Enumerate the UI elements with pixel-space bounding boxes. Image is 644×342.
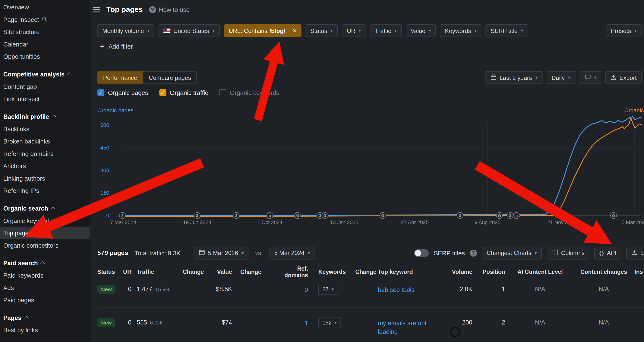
- sidebar-section-organic-search[interactable]: Organic search: [0, 202, 90, 214]
- topbar: Top pages ? How to use: [90, 0, 644, 19]
- sidebar-item-link-intersect[interactable]: Link intersect: [0, 92, 90, 105]
- chevron-down-icon: ▾: [634, 28, 637, 33]
- comments-button[interactable]: ▾: [579, 71, 601, 84]
- granularity-button[interactable]: Daily▾: [546, 71, 575, 84]
- value-cell: $8.5K: [210, 285, 238, 292]
- chart-export-button[interactable]: Export: [606, 71, 642, 84]
- col-value[interactable]: Value: [210, 269, 238, 275]
- sidebar-item-overview[interactable]: Overview: [0, 1, 90, 13]
- divider: [187, 242, 188, 264]
- svg-text:G: G: [323, 213, 326, 218]
- chevron-down-icon: ▾: [429, 28, 431, 33]
- top-pages-table: Status UR Traffic Change Value Change Re…: [98, 264, 644, 342]
- question-icon[interactable]: ?: [470, 249, 477, 256]
- col-change-traffic[interactable]: Change: [174, 269, 210, 275]
- sidebar-item-best-by-links[interactable]: Best by links: [0, 324, 90, 336]
- sidebar-item-linking-authors[interactable]: Linking authors: [0, 172, 90, 184]
- sidebar-item-top-pages[interactable]: Top pages: [0, 227, 90, 239]
- sidebar-item-page-inspect[interactable]: Page inspect: [0, 13, 90, 26]
- checkbox-checked-icon[interactable]: ✓: [98, 89, 104, 96]
- remove-filter-icon[interactable]: ×: [288, 24, 301, 37]
- sidebar-item-anchors[interactable]: Anchors: [0, 159, 90, 172]
- col-position[interactable]: Position: [474, 269, 507, 275]
- ur-value: 0: [121, 319, 134, 326]
- compare-date-from-button[interactable]: 5 Mar 2026▾: [194, 247, 249, 259]
- volume-value: 2.0K: [448, 285, 474, 292]
- chevron-up-icon: [51, 206, 56, 211]
- sidebar-item-opportunities[interactable]: Opportunities: [0, 50, 90, 63]
- how-to-use-link[interactable]: ? How to use: [149, 6, 190, 13]
- filter-monthly-volume[interactable]: Monthly volume▾: [98, 24, 154, 37]
- filter-ur[interactable]: UR▾: [342, 24, 366, 37]
- checkbox-checked-icon[interactable]: ✓: [159, 89, 166, 96]
- presets-button[interactable]: Presets▾: [606, 24, 642, 37]
- svg-text:G: G: [498, 213, 501, 218]
- col-ur[interactable]: UR: [121, 269, 134, 275]
- table-export-button[interactable]: Export: [626, 247, 644, 259]
- tab-performance[interactable]: Performance: [98, 71, 143, 84]
- sidebar-item-paid-keywords[interactable]: Paid keywords: [0, 269, 90, 281]
- legend-organic-traffic[interactable]: ✓Organic traffic: [159, 89, 208, 96]
- chevron-up-icon: [40, 261, 45, 266]
- sidebar-section-backlink-profile[interactable]: Backlink profile: [0, 110, 90, 123]
- total-traffic: Total traffic: 9.3K: [135, 249, 180, 256]
- changes-charts-button[interactable]: Changes: Charts▾: [482, 247, 542, 259]
- col-keywords[interactable]: Keywords: [310, 269, 347, 275]
- legend-organic-pages[interactable]: ✓Organic pages: [98, 89, 148, 96]
- chevron-down-icon: ▾: [394, 28, 397, 33]
- columns-button[interactable]: Columns: [547, 247, 590, 259]
- svg-text:G: G: [196, 213, 198, 218]
- serp-titles-toggle[interactable]: [414, 249, 429, 257]
- col-top-keyword[interactable]: Top keyword: [378, 269, 448, 275]
- active-filter-url-contains-blog[interactable]: URL: Contains/blog/ ×: [224, 24, 301, 37]
- hamburger-menu-icon[interactable]: [93, 5, 100, 14]
- add-filter-button[interactable]: + Add filter: [98, 42, 136, 51]
- filter-serp-title[interactable]: SERP title▾: [486, 24, 528, 37]
- chevron-down-icon: ▾: [534, 250, 537, 256]
- col-status[interactable]: Status: [98, 269, 121, 275]
- sidebar-item-organic-keywords[interactable]: Organic keywords: [0, 214, 90, 227]
- date-range-button[interactable]: Last 2 years▾: [486, 71, 542, 84]
- sidebar-item-paid-pages[interactable]: Paid pages: [0, 294, 90, 306]
- col-inspect[interactable]: Ins: [634, 269, 644, 275]
- sidebar-item-referring-domains[interactable]: Referring domains: [0, 147, 90, 160]
- organic-chart: Organic pages Organic traffic 7 Mar 2024…: [90, 105, 644, 243]
- filter-status[interactable]: Status▾: [306, 24, 338, 37]
- filter-country[interactable]: United States▾: [158, 24, 220, 37]
- sidebar-item-site-structure[interactable]: Site structure: [0, 26, 90, 38]
- filter-keywords[interactable]: Keywords▾: [440, 24, 482, 37]
- top-keyword-link[interactable]: my emails are not loading: [378, 319, 448, 336]
- api-button[interactable]: {}API: [594, 247, 622, 259]
- svg-text:G: G: [458, 213, 462, 218]
- sidebar-item-referring-ips[interactable]: Referring IPs: [0, 184, 90, 197]
- keywords-dropdown[interactable]: 152▾: [318, 317, 341, 328]
- sidebar-item-organic-competitors[interactable]: Organic competitors: [0, 239, 90, 251]
- filter-traffic[interactable]: Traffic▾: [370, 24, 402, 37]
- sidebar-item-content-gap[interactable]: Content gap: [0, 80, 90, 93]
- checkbox-unchecked-icon[interactable]: [219, 89, 226, 96]
- col-ai-content-level[interactable]: AI Content Level: [507, 269, 573, 275]
- ref-domains-link[interactable]: 1: [305, 319, 308, 327]
- filter-value[interactable]: Value▾: [406, 24, 436, 37]
- compare-date-to-button[interactable]: 5 Mar 2024▾: [269, 247, 315, 259]
- chart-canvas: 7 Mar 202419 Jun 20241 Oct 202413 Jan 20…: [90, 105, 644, 243]
- sidebar-section-pages[interactable]: Pages: [0, 311, 90, 324]
- svg-text:G: G: [296, 213, 299, 218]
- ref-domains-link[interactable]: 0: [305, 285, 308, 294]
- col-change-value[interactable]: Change: [238, 269, 275, 275]
- sidebar-item-calendar[interactable]: Calendar: [0, 38, 90, 50]
- sidebar-section-competitive-analysis[interactable]: Competitive analysis: [0, 68, 90, 80]
- keywords-dropdown[interactable]: 27▾: [318, 284, 338, 295]
- col-traffic[interactable]: Traffic: [134, 269, 174, 275]
- sidebar-section-paid-search[interactable]: Paid search: [0, 257, 90, 269]
- legend-organic-keywords[interactable]: Organic keywords: [219, 89, 279, 96]
- col-ref-domains[interactable]: Ref. domains: [275, 265, 310, 278]
- top-keyword-link[interactable]: b2b seo tools: [378, 285, 414, 294]
- tab-compare-pages[interactable]: Compare pages: [143, 71, 197, 84]
- col-content-changes[interactable]: Content changes: [573, 269, 634, 275]
- sidebar-item-ads[interactable]: Ads: [0, 281, 90, 294]
- sidebar-item-broken-backlinks[interactable]: Broken backlinks: [0, 135, 90, 147]
- col-change-keywords[interactable]: Change: [347, 269, 378, 275]
- sidebar-item-backlinks[interactable]: Backlinks: [0, 123, 90, 135]
- col-volume[interactable]: Volume: [448, 269, 474, 275]
